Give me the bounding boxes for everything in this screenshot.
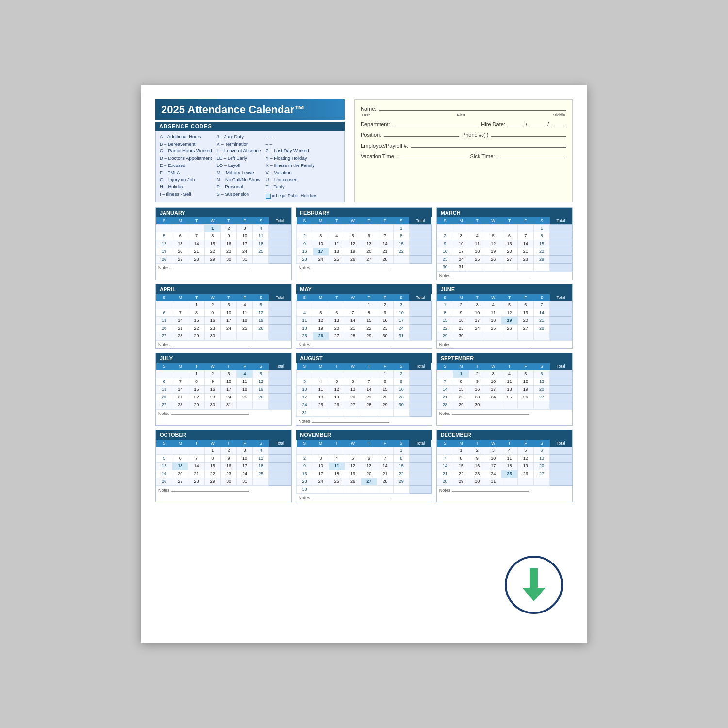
calendar-day[interactable]: 12 (253, 378, 269, 385)
calendar-day[interactable] (409, 401, 431, 409)
calendar-day[interactable]: 26 (345, 478, 361, 485)
calendar-day[interactable]: 9 (469, 454, 485, 462)
calendar-day[interactable] (437, 224, 453, 232)
calendar-day[interactable]: 29 (393, 478, 409, 485)
calendar-day[interactable]: 9 (437, 240, 453, 248)
calendar-day[interactable] (377, 485, 393, 493)
calendar-day[interactable]: 6 (329, 309, 345, 316)
calendar-day[interactable]: 29 (204, 478, 220, 485)
calendar-day[interactable]: 14 (188, 240, 204, 248)
calendar-day[interactable]: 2 (297, 454, 313, 462)
calendar-day[interactable]: 20 (329, 324, 345, 332)
calendar-day[interactable]: 27 (533, 393, 549, 401)
calendar-day[interactable]: 3 (453, 232, 469, 240)
calendar-day[interactable]: 31 (485, 478, 501, 485)
calendar-day[interactable]: 21 (345, 324, 361, 332)
calendar-day[interactable]: 22 (204, 470, 220, 478)
calendar-day[interactable]: 25 (469, 255, 485, 263)
calendar-day[interactable]: 21 (188, 470, 204, 478)
calendar-day[interactable]: 16 (204, 385, 220, 393)
calendar-day[interactable] (550, 462, 572, 470)
calendar-day[interactable]: 24 (469, 324, 485, 332)
calendar-day[interactable]: 24 (453, 255, 469, 263)
calendar-day[interactable]: 24 (297, 401, 313, 409)
calendar-day[interactable] (329, 409, 345, 416)
calendar-day[interactable]: 24 (485, 470, 501, 478)
calendar-day[interactable] (485, 224, 501, 232)
calendar-day[interactable] (550, 401, 572, 409)
calendar-day[interactable]: 3 (485, 370, 501, 378)
calendar-day[interactable]: 14 (437, 385, 453, 393)
calendar-day[interactable]: 28 (172, 332, 188, 340)
calendar-day[interactable]: 8 (437, 309, 453, 316)
calendar-day[interactable]: 20 (172, 470, 188, 478)
calendar-day[interactable]: 17 (313, 470, 329, 478)
calendar-day[interactable]: 22 (204, 248, 220, 255)
calendar-day[interactable]: 18 (329, 248, 345, 255)
calendar-day[interactable] (172, 301, 188, 309)
calendar-day[interactable]: 27 (156, 401, 172, 409)
calendar-day[interactable]: 29 (361, 332, 377, 340)
calendar-day[interactable] (329, 301, 345, 309)
calendar-day[interactable]: 19 (517, 385, 533, 393)
calendar-day[interactable]: 20 (517, 316, 533, 324)
calendar-day[interactable]: 11 (297, 316, 313, 324)
calendar-day[interactable] (550, 263, 572, 271)
calendar-day[interactable] (437, 370, 453, 378)
calendar-day[interactable]: 20 (533, 462, 549, 470)
calendar-day[interactable]: 4 (329, 232, 345, 240)
calendar-day[interactable] (269, 324, 291, 332)
calendar-day[interactable]: 2 (220, 224, 236, 232)
calendar-day[interactable]: 10 (469, 309, 485, 316)
calendar-day[interactable]: 6 (172, 232, 188, 240)
calendar-day[interactable] (550, 332, 572, 340)
calendar-day[interactable]: 12 (156, 462, 172, 470)
calendar-day[interactable] (409, 224, 431, 232)
calendar-day[interactable]: 26 (156, 255, 172, 263)
calendar-day[interactable]: 15 (361, 316, 377, 324)
calendar-day[interactable]: 8 (204, 454, 220, 462)
calendar-day[interactable] (377, 447, 393, 454)
calendar-day[interactable] (269, 255, 291, 263)
calendar-day[interactable]: 13 (329, 316, 345, 324)
calendar-day[interactable]: 19 (253, 385, 269, 393)
calendar-day[interactable]: 11 (237, 309, 253, 316)
calendar-day[interactable]: 6 (345, 378, 361, 385)
calendar-day[interactable]: 1 (393, 447, 409, 454)
calendar-day[interactable]: 10 (453, 240, 469, 248)
calendar-day[interactable] (533, 478, 549, 485)
calendar-day[interactable]: 13 (501, 240, 517, 248)
calendar-day[interactable]: 3 (237, 224, 253, 232)
calendar-day[interactable]: 16 (469, 385, 485, 393)
calendar-day[interactable]: 19 (156, 248, 172, 255)
calendar-day[interactable] (253, 255, 269, 263)
calendar-day[interactable]: 25 (253, 470, 269, 478)
calendar-day[interactable]: 16 (297, 470, 313, 478)
calendar-day[interactable]: 24 (220, 393, 236, 401)
calendar-day[interactable]: 30 (220, 478, 236, 485)
calendar-day[interactable] (269, 316, 291, 324)
calendar-day[interactable] (437, 447, 453, 454)
calendar-day[interactable]: 12 (485, 240, 501, 248)
calendar-day[interactable]: 13 (345, 385, 361, 393)
calendar-day[interactable]: 26 (253, 393, 269, 401)
calendar-day[interactable] (409, 409, 431, 416)
calendar-day[interactable]: 14 (533, 309, 549, 316)
notes-line[interactable] (452, 414, 529, 415)
calendar-day[interactable]: 5 (501, 301, 517, 309)
calendar-day[interactable]: 25 (297, 332, 313, 340)
calendar-day[interactable]: 8 (188, 309, 204, 316)
calendar-day[interactable]: 26 (313, 332, 329, 340)
calendar-day[interactable]: 28 (188, 255, 204, 263)
calendar-day[interactable]: 8 (453, 454, 469, 462)
calendar-day[interactable]: 17 (453, 248, 469, 255)
calendar-day[interactable]: 29 (188, 332, 204, 340)
calendar-day[interactable]: 8 (204, 232, 220, 240)
calendar-day[interactable]: 16 (220, 462, 236, 470)
calendar-day[interactable]: 6 (361, 454, 377, 462)
calendar-day[interactable] (269, 393, 291, 401)
calendar-day[interactable]: 10 (485, 454, 501, 462)
calendar-day[interactable]: 7 (172, 309, 188, 316)
calendar-day[interactable]: 28 (377, 255, 393, 263)
calendar-day[interactable]: 21 (437, 393, 453, 401)
